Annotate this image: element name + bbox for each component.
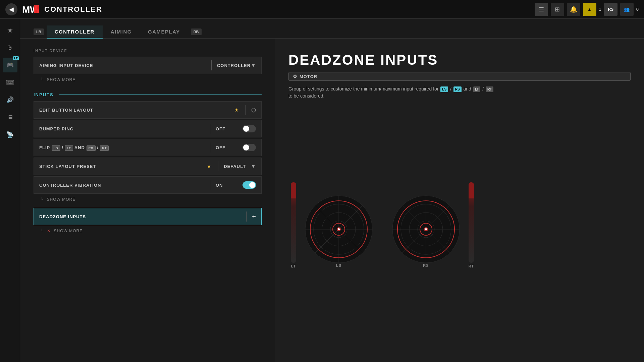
lt-slider-track: [291, 182, 296, 263]
flip-toggle[interactable]: [243, 144, 256, 151]
toggle-knob: [243, 126, 249, 132]
sidebar-item-keybinds[interactable]: ⌨: [3, 75, 17, 90]
profile-button[interactable]: ▲: [583, 3, 596, 16]
show-more-2[interactable]: └ SHOW MORE: [34, 195, 262, 204]
ls-canvas: [302, 192, 376, 266]
deadzone-title: DEADZONE INPUTS: [288, 52, 631, 68]
topbar-icons: ☰ ⊞ 🔔 ▲ 1 RS 👥 0: [535, 3, 639, 16]
inputs-divider-line: [59, 95, 262, 95]
rt-btn-badge: RT: [100, 145, 109, 151]
star-icon: ★: [7, 26, 13, 34]
flip-row[interactable]: FLIP LB / LT AND RB / RT OFF: [34, 139, 262, 156]
grid-button[interactable]: ⊞: [551, 3, 564, 16]
friends-count: 0: [636, 7, 639, 12]
menu-button[interactable]: ☰: [535, 3, 548, 16]
rs-canvas: [389, 192, 463, 266]
audio-icon: 🔊: [6, 96, 14, 104]
show-more-3[interactable]: └ ✕ SHOW MORE: [34, 227, 262, 235]
ls-label: LS: [336, 263, 341, 267]
sidebar-item-mouse[interactable]: 🖱: [3, 40, 17, 55]
rb-badge: RB: [191, 28, 202, 35]
motor-label: MOTOR: [300, 74, 317, 79]
stick-layout-preset-row[interactable]: STICK LAYOUT PRESET ★ DEFAULT ▼: [34, 158, 262, 175]
bumper-ping-value: OFF: [216, 126, 243, 131]
rs-button[interactable]: RS: [604, 3, 618, 16]
lt-badge-inline: LT: [473, 86, 480, 92]
controller-vibration-toggle[interactable]: [243, 181, 256, 189]
tab-aiming[interactable]: AIMING: [103, 25, 140, 39]
bell-button[interactable]: 🔔: [567, 3, 580, 16]
sidebar-item-audio[interactable]: 🔊: [3, 93, 17, 107]
deadzone-inputs-row[interactable]: DEADZONE INPUTS +: [34, 208, 262, 225]
plus-icon: +: [252, 213, 256, 221]
toggle-knob: [249, 182, 255, 188]
lt-label: LT: [291, 264, 296, 268]
show-more-2-label: SHOW MORE: [47, 197, 76, 202]
player-number: 1: [599, 7, 601, 12]
svg-rect-3: [38, 5, 39, 13]
rt-label: RT: [469, 264, 474, 268]
rb-btn-badge: RB: [87, 145, 96, 151]
topbar: ◀ MW CONTROLLER ☰ ⊞ 🔔 ▲ 1 RS 👥 0: [0, 0, 644, 19]
deadzone-visualization: LT LS RS: [288, 110, 631, 349]
rs-label: RS: [608, 7, 613, 12]
friends-number: 0: [636, 7, 639, 12]
sidebar-item-network[interactable]: 📡: [3, 127, 17, 142]
main-layout: ★ 🖱 🎮 LT ⌨ 🔊 🖥 📡 LB CONTROLLER AIMING GA…: [0, 19, 644, 362]
circles-container: LS RS: [302, 192, 463, 266]
toggle-action: [243, 181, 256, 189]
sidebar-item-display[interactable]: 🖥: [3, 110, 17, 125]
show-more-1[interactable]: └ SHOW MORE: [34, 75, 262, 84]
rs-label: RS: [423, 263, 429, 267]
desc-start: Group of settings to customize the minim…: [288, 86, 438, 92]
controller-vibration-row[interactable]: CONTROLLER VIBRATION ON: [34, 176, 262, 194]
profile-icon: ▲: [587, 7, 592, 12]
rs-badge-inline: RS: [453, 86, 462, 92]
two-col-layout: INPUT DEVICE AIMING INPUT DEVICE CONTROL…: [20, 39, 644, 362]
controller-vibration-label: CONTROLLER VIBRATION: [39, 183, 205, 188]
tab-controller[interactable]: CONTROLLER: [47, 25, 103, 39]
expand-action: ⬡: [251, 107, 256, 113]
page-title: CONTROLLER: [44, 5, 102, 14]
tab-gameplay[interactable]: GAMEPLAY: [140, 25, 188, 39]
divider: [211, 60, 212, 70]
aiming-input-device-value: CONTROLLER: [217, 63, 251, 68]
dropdown-arrow-icon: ▼: [251, 62, 256, 68]
player-badge: 1: [599, 7, 601, 12]
right-panel: DEADZONE INPUTS ⚙ MOTOR Group of setting…: [275, 39, 644, 362]
inputs-header: INPUTS: [34, 92, 262, 97]
star-icon-edit: ★: [234, 107, 239, 113]
toggle-action: [243, 125, 256, 132]
bumper-ping-row[interactable]: BUMPER PING OFF: [34, 120, 262, 137]
aiming-input-device-label: AIMING INPUT DEVICE: [39, 63, 206, 68]
edit-button-layout-row[interactable]: EDIT BUTTON LAYOUT ★ ⬡: [34, 101, 262, 119]
controller-vibration-value: ON: [216, 183, 243, 188]
flip-label: FLIP LB / LT AND RB / RT: [39, 145, 205, 150]
rt-slider: RT: [466, 182, 476, 276]
ls-badge-inline: LS: [440, 86, 448, 92]
sidebar-item-favorites[interactable]: ★: [3, 23, 17, 38]
desc-end: to be considered.: [288, 93, 324, 99]
tabs-bar: LB CONTROLLER AIMING GAMEPLAY RB: [20, 19, 644, 39]
bumper-ping-toggle[interactable]: [243, 125, 256, 132]
back-button[interactable]: ◀: [5, 3, 17, 15]
dropdown-arrow-icon: ▼: [251, 163, 256, 169]
back-icon: ◀: [9, 6, 14, 13]
rs-circle-wrap: RS: [389, 192, 463, 266]
stick-layout-label: STICK LAYOUT PRESET: [39, 164, 207, 169]
aiming-input-device-row[interactable]: AIMING INPUT DEVICE CONTROLLER ▼: [34, 57, 262, 74]
show-more-3-label: SHOW MORE: [54, 229, 83, 233]
friends-button[interactable]: 👥: [620, 3, 634, 16]
input-device-section-label: INPUT DEVICE: [34, 49, 262, 53]
lt-badge: LT: [13, 56, 18, 60]
bumper-ping-label: BUMPER PING: [39, 126, 205, 131]
star-icon-stick: ★: [207, 164, 211, 169]
dropdown-action: ▼: [251, 62, 256, 68]
left-panel: INPUT DEVICE AIMING INPUT DEVICE CONTROL…: [20, 39, 275, 362]
sidebar-item-controller[interactable]: 🎮 LT: [3, 58, 17, 72]
controller-icon: 🎮: [6, 61, 14, 69]
motor-badge: ⚙ MOTOR: [288, 72, 631, 81]
expand-icon: ⬡: [251, 107, 256, 113]
keyboard-icon: ⌨: [6, 79, 14, 86]
lb-btn-badge: LB: [52, 145, 60, 151]
